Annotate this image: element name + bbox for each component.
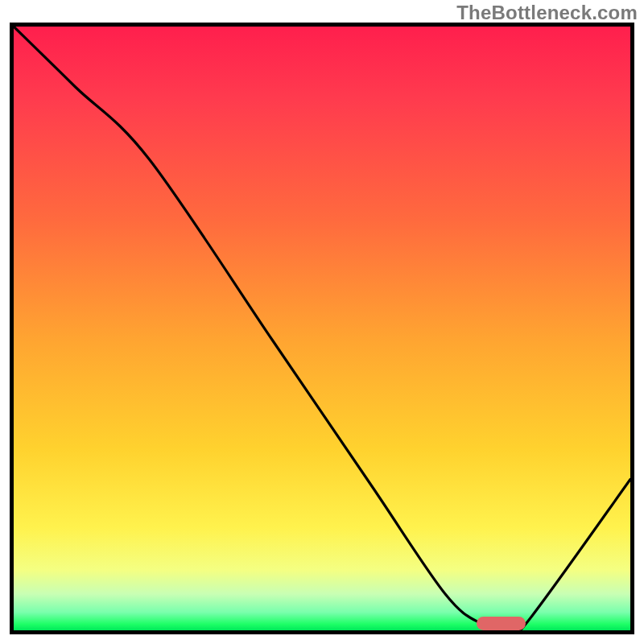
plot-area [10, 23, 634, 634]
optimal-marker [477, 617, 526, 630]
curve-layer [14, 27, 630, 630]
bottleneck-curve-path [14, 27, 630, 630]
chart-frame: TheBottleneck.com [0, 0, 644, 644]
watermark-text: TheBottleneck.com [456, 2, 638, 24]
